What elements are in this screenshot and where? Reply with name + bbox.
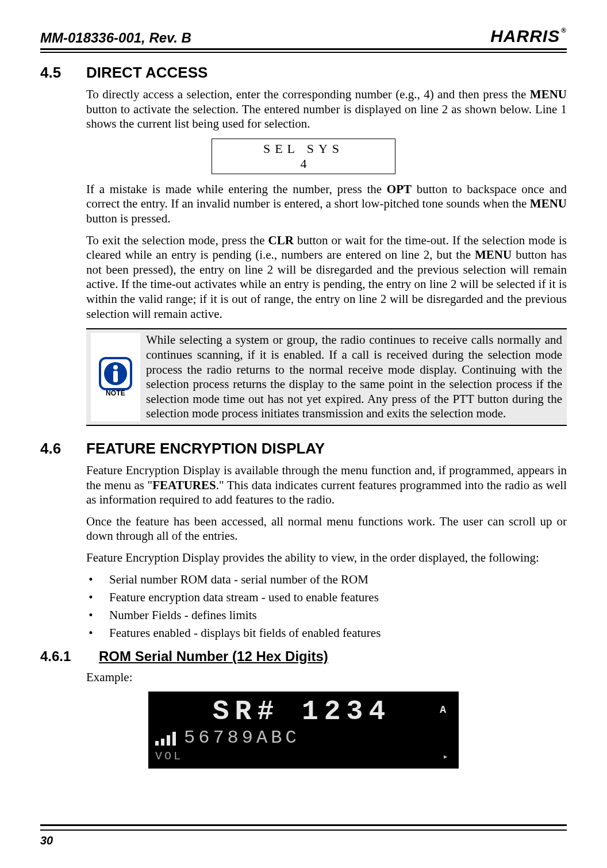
section-heading-4-6: 4.6 FEATURE ENCRYPTION DISPLAY	[40, 440, 567, 458]
brand-logo: HARRIS®	[490, 26, 567, 46]
lcd-row-2-text: 56789ABC	[184, 727, 300, 748]
svg-point-2	[113, 365, 118, 370]
divider	[40, 824, 567, 829]
svg-rect-3	[113, 371, 118, 382]
section-4-6-body: Feature Encryption Display is available …	[86, 463, 567, 566]
paragraph: Feature Encryption Display provides the …	[86, 551, 567, 566]
paragraph: If a mistake is made while entering the …	[86, 182, 567, 226]
lcd-line-2: 4	[212, 156, 395, 171]
list-item: •Features enabled - displays bit fields …	[86, 626, 567, 640]
note-icon-container: NOTE	[91, 333, 140, 421]
list-item: •Number Fields - defines limits	[86, 608, 567, 623]
page: MM-018336-001, Rev. B HARRIS® 4.5 DIRECT…	[0, 0, 607, 868]
lcd-line-1: SEL SYS	[212, 141, 395, 156]
page-header: MM-018336-001, Rev. B HARRIS®	[40, 26, 567, 50]
bullet-icon: •	[86, 573, 95, 587]
menu-key: MENU	[475, 248, 512, 262]
page-number: 30	[40, 834, 567, 847]
document-id: MM-018336-001, Rev. B	[40, 30, 191, 46]
paragraph: Example:	[86, 670, 567, 685]
vol-label: VOL	[155, 750, 183, 763]
lcd-row-2: 56789ABC	[155, 727, 448, 748]
section-title: FEATURE ENCRYPTION DISPLAY	[86, 440, 325, 458]
bullet-icon: •	[86, 626, 95, 640]
section-heading-4-5: 4.5 DIRECT ACCESS	[40, 64, 567, 82]
section-title: DIRECT ACCESS	[86, 64, 208, 82]
lcd-row-3: VOL ▸	[155, 750, 448, 763]
lcd-indicator: A	[440, 704, 446, 716]
bullet-icon: •	[86, 608, 95, 623]
brand-name: HARRIS	[490, 26, 560, 46]
note-callout: NOTE While selecting a system or group, …	[86, 328, 567, 426]
list-item: •Serial number ROM data - serial number …	[86, 573, 567, 587]
subsection-heading-4-6-1: 4.6.1 ROM Serial Number (12 Hex Digits)	[40, 648, 567, 665]
section-number: 4.5	[40, 64, 72, 82]
opt-key: OPT	[387, 182, 412, 196]
note-label: NOTE	[106, 389, 125, 398]
section-4-5-body-cont: If a mistake is made while entering the …	[86, 182, 567, 321]
subsection-title: ROM Serial Number (12 Hex Digits)	[99, 648, 328, 665]
list-item: •Feature encryption data stream - used t…	[86, 590, 567, 605]
paragraph: To directly access a selection, enter th…	[86, 87, 567, 132]
paragraph: Feature Encryption Display is available …	[86, 463, 567, 508]
bullet-icon: •	[86, 590, 95, 605]
lcd-text-box: SEL SYS 4	[212, 139, 395, 174]
menu-key: MENU	[530, 87, 567, 101]
page-footer: 30	[40, 824, 567, 847]
features-key: FEATURES	[152, 478, 216, 492]
bullet-list: •Serial number ROM data - serial number …	[86, 573, 567, 640]
signal-bars-icon	[155, 731, 176, 746]
menu-key: MENU	[530, 197, 567, 210]
section-4-5-body: To directly access a selection, enter th…	[86, 87, 567, 132]
lcd-row-1: SR# 1234 A	[155, 696, 448, 727]
note-text: While selecting a system or group, the r…	[146, 333, 562, 421]
info-icon	[99, 357, 132, 390]
subsection-number: 4.6.1	[40, 648, 72, 665]
paragraph: Once the feature has been accessed, all …	[86, 514, 567, 544]
radio-lcd-display: SR# 1234 A 56789ABC VOL ▸	[148, 692, 459, 769]
arrow-icon: ▸	[443, 751, 448, 762]
paragraph: To exit the selection mode, press the CL…	[86, 233, 567, 322]
clr-key: CLR	[268, 233, 294, 247]
section-number: 4.6	[40, 440, 72, 458]
example-label: Example:	[86, 670, 567, 685]
registered-mark: ®	[561, 26, 567, 34]
divider	[40, 829, 567, 831]
